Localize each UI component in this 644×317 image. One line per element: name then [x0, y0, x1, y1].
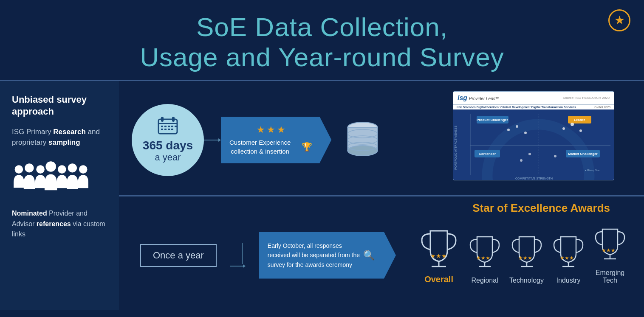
cx-stars: ★ ★ ★: [257, 124, 285, 135]
svg-text:★★★: ★★★: [476, 255, 490, 261]
cx-arrow-text: Customer Experience collection & inserti…: [229, 138, 299, 156]
svg-rect-18: [171, 129, 173, 130]
provider-lens-stack: isg Provider Lens™ Source: ISG RESEARCH …: [453, 91, 631, 189]
right-panel: 365 days a year ★ ★ ★ Cus: [119, 81, 644, 310]
trophy-technology-icon: ★★★: [510, 234, 544, 272]
trophy-regional-icon: ★★★: [468, 234, 502, 272]
cx-arrow: ★ ★ ★ Customer Experience collection & i…: [221, 117, 331, 163]
svg-point-2: [36, 165, 45, 174]
svg-rect-11: [161, 126, 163, 127]
lens-subtitle-row: Life Sciences Digital Services: Clinical…: [453, 105, 614, 109]
svg-point-48: [507, 129, 510, 131]
horizontal-connector: [230, 264, 246, 268]
trophy-section: ★★★ Overall ★★★ Regional: [404, 227, 631, 284]
magnifier-icon: 🔍: [363, 250, 375, 261]
once-year-text: Once a year: [153, 250, 204, 261]
lens-source: Source: ISG RESEARCH 2020: [563, 96, 610, 100]
trophy-overall: ★★★ Overall: [418, 227, 460, 284]
vertical-line: [242, 243, 243, 264]
star-1: ★: [257, 124, 265, 135]
soe-awards-title: Star of Excellence Awards: [472, 202, 610, 215]
svg-text:PORTFOLIO ATTRACTIVENESS: PORTFOLIO ATTRACTIVENESS: [454, 125, 457, 169]
bottom-arrow: Early October, all responses received wi…: [259, 232, 396, 279]
svg-rect-19: [175, 126, 177, 127]
trophy-emerging-tech-icon: ★★★: [593, 227, 627, 265]
lens-title: Life Sciences Digital Services: Clinical…: [457, 106, 576, 109]
star-badge: ★: [608, 9, 630, 31]
h-line-left: [230, 266, 240, 267]
svg-rect-12: [164, 126, 167, 127]
svg-text:Leader: Leader: [574, 118, 585, 122]
lens-chart-area: PORTFOLIO ATTRACTIVENESS COMPETITIVE STR…: [453, 109, 614, 180]
trophy-industry: ★★★ Industry: [551, 234, 585, 284]
trophy-industry-icon: ★★★: [551, 234, 585, 272]
bottom-row: Star of Excellence Awards Once a year: [119, 196, 644, 310]
top-row: 365 days a year ★ ★ ★ Cus: [119, 81, 644, 196]
connector-line: [204, 138, 221, 142]
svg-rect-17: [168, 129, 170, 130]
svg-marker-54: [243, 264, 246, 268]
svg-text:Market Challenger: Market Challenger: [568, 152, 597, 156]
star-3: ★: [277, 124, 285, 135]
svg-rect-13: [168, 126, 170, 127]
trophy-small-icon: 🏆: [302, 142, 312, 152]
star-2: ★: [267, 124, 275, 135]
trophy-emerging-tech-label: EmergingTech: [596, 269, 624, 284]
cx-arrow-text-row: Customer Experience collection & inserti…: [229, 138, 312, 156]
svg-point-51: [520, 159, 523, 162]
svg-text:● Rising Star: ● Rising Star: [585, 169, 600, 171]
svg-point-6: [79, 165, 88, 174]
once-year-box: Once a year: [140, 244, 217, 267]
days-number: 365 days: [143, 140, 193, 151]
svg-text:★★★: ★★★: [602, 247, 616, 253]
trophy-regional: ★★★ Regional: [468, 234, 502, 284]
svg-point-45: [579, 129, 582, 132]
calendar-icon: [158, 116, 178, 138]
trophy-overall-label: Overall: [424, 275, 453, 284]
lens-header: isg Provider Lens™ Source: ISG RESEARCH …: [453, 92, 614, 105]
page-title: SoE Data Collection, Usage and Year-roun…: [0, 12, 644, 73]
main-content: Unbiased survey approach ISG Primary Res…: [0, 81, 644, 310]
svg-text:★★★: ★★★: [430, 252, 447, 259]
lens-global: Global 2020: [590, 106, 610, 109]
nominated-text: Nominated Provider and Advisor reference…: [12, 208, 107, 240]
svg-point-47: [524, 132, 527, 134]
lens-card-main: isg Provider Lens™ Source: ISG RESEARCH …: [453, 91, 614, 180]
trophy-emerging-tech: ★★★ EmergingTech: [593, 227, 627, 284]
svg-point-0: [15, 165, 23, 174]
svg-point-50: [528, 153, 531, 155]
star-icon: ★: [614, 14, 625, 26]
a-year-label: a year: [155, 151, 181, 164]
trophy-industry-label: Industry: [556, 277, 581, 284]
svg-text:COMPETITIVE STRENGTH: COMPETITIVE STRENGTH: [515, 177, 553, 180]
header: SoE Data Collection, Usage and Year-roun…: [0, 0, 644, 80]
svg-text:★★★: ★★★: [518, 255, 532, 261]
isg-research-text: ISG Primary Research and proprietary sam…: [12, 126, 107, 148]
people-group-icon: [12, 160, 107, 200]
svg-point-3: [45, 161, 56, 172]
svg-point-5: [68, 163, 77, 172]
svg-rect-16: [164, 129, 167, 130]
svg-point-43: [571, 123, 574, 126]
365-days-circle: 365 days a year: [132, 104, 204, 176]
down-right-arrow: [230, 243, 246, 268]
svg-point-49: [554, 155, 556, 157]
bottom-arrow-text: Early October, all responses received wi…: [268, 241, 360, 269]
left-panel: Unbiased survey approach ISG Primary Res…: [0, 81, 119, 310]
svg-point-4: [58, 165, 66, 174]
svg-rect-9: [172, 117, 175, 122]
small-arrow-icon: [240, 264, 246, 268]
svg-rect-15: [161, 129, 163, 130]
trophy-technology: ★★★ Technology: [509, 234, 544, 284]
svg-text:★★★: ★★★: [560, 255, 574, 261]
svg-text:Product Challenger: Product Challenger: [477, 118, 508, 122]
svg-point-44: [562, 127, 565, 130]
svg-point-46: [516, 125, 518, 128]
unbiased-title: Unbiased survey approach: [12, 94, 107, 118]
trophy-overall-icon: ★★★: [418, 227, 460, 272]
trophy-regional-label: Regional: [471, 277, 498, 284]
trophy-technology-label: Technology: [509, 277, 544, 284]
svg-rect-8: [161, 117, 164, 122]
svg-point-1: [25, 163, 34, 172]
cx-arrow-container: ★ ★ ★ Customer Experience collection & i…: [221, 117, 331, 163]
